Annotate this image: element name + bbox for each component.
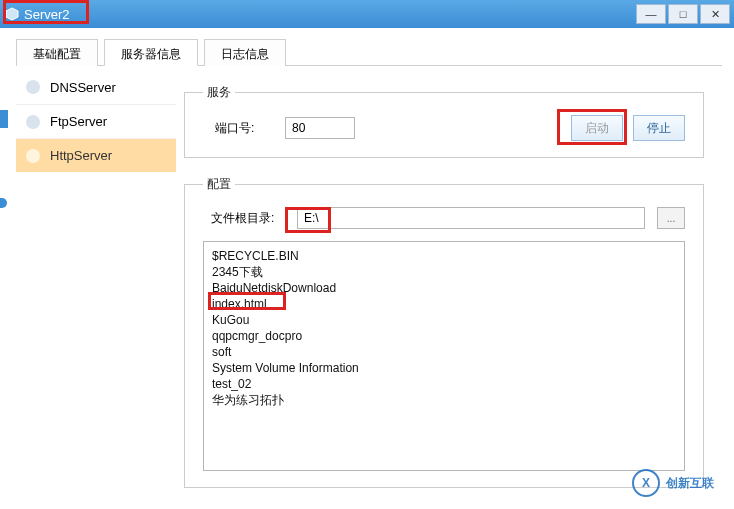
status-dot-icon: [26, 149, 40, 163]
list-item[interactable]: 华为练习拓扑: [212, 392, 676, 408]
titlebar: Server2 — □ ✕: [0, 0, 734, 28]
sidebar-item-ftpserver[interactable]: FtpServer: [16, 104, 176, 138]
port-input[interactable]: [285, 117, 355, 139]
logo-text: 创新互联: [666, 475, 714, 492]
service-group: 服务 端口号: 启动 停止: [184, 84, 704, 158]
port-label: 端口号:: [203, 120, 273, 137]
list-item[interactable]: $RECYCLE.BIN: [212, 248, 676, 264]
list-item[interactable]: soft: [212, 344, 676, 360]
left-edge-decoration: [0, 110, 8, 200]
sidebar-item-label: DNSServer: [50, 80, 116, 95]
minimize-button[interactable]: —: [636, 4, 666, 24]
list-item[interactable]: 2345下载: [212, 264, 676, 280]
sidebar: DNSServer FtpServer HttpServer: [16, 66, 176, 506]
file-list[interactable]: $RECYCLE.BIN 2345下载 BaiduNetdiskDownload…: [203, 241, 685, 471]
maximize-button[interactable]: □: [668, 4, 698, 24]
tab-server-info[interactable]: 服务器信息: [104, 39, 198, 66]
rootdir-label: 文件根目录:: [203, 210, 285, 227]
logo-icon: X: [632, 469, 660, 497]
list-item[interactable]: index.html: [212, 296, 676, 312]
browse-button[interactable]: ...: [657, 207, 685, 229]
start-button[interactable]: 启动: [571, 115, 623, 141]
status-dot-icon: [26, 115, 40, 129]
service-legend: 服务: [203, 84, 235, 101]
rootdir-input[interactable]: [297, 207, 645, 229]
sidebar-item-httpserver[interactable]: HttpServer: [16, 138, 176, 172]
window-title: Server2: [24, 7, 70, 22]
status-dot-icon: [26, 80, 40, 94]
tabstrip: 基础配置 服务器信息 日志信息: [16, 38, 722, 66]
sidebar-item-dnsserver[interactable]: DNSServer: [16, 70, 176, 104]
config-group: 配置 文件根目录: ... $RECYCLE.BIN 2345下载 BaiduN…: [184, 176, 704, 488]
watermark-logo: X 创新互联: [632, 465, 722, 501]
stop-button[interactable]: 停止: [633, 115, 685, 141]
app-icon: [4, 6, 20, 22]
list-item[interactable]: BaiduNetdiskDownload: [212, 280, 676, 296]
list-item[interactable]: qqpcmgr_docpro: [212, 328, 676, 344]
sidebar-item-label: FtpServer: [50, 114, 107, 129]
list-item[interactable]: System Volume Information: [212, 360, 676, 376]
list-item[interactable]: KuGou: [212, 312, 676, 328]
list-item[interactable]: test_02: [212, 376, 676, 392]
sidebar-item-label: HttpServer: [50, 148, 112, 163]
close-button[interactable]: ✕: [700, 4, 730, 24]
window-controls: — □ ✕: [634, 4, 730, 24]
tab-log-info[interactable]: 日志信息: [204, 39, 286, 66]
tab-basic-config[interactable]: 基础配置: [16, 39, 98, 66]
config-legend: 配置: [203, 176, 235, 193]
